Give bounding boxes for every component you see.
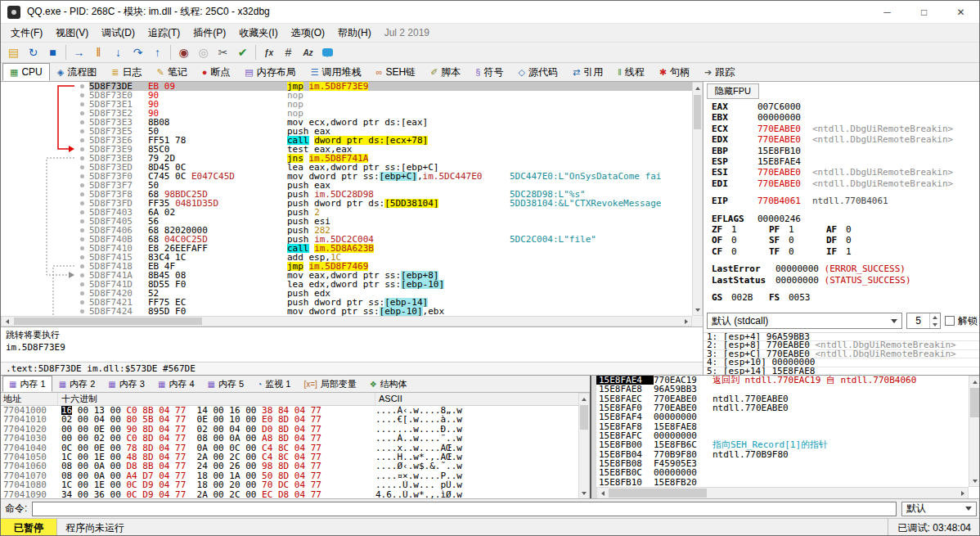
dump-row[interactable]: 770410501C 00 1E 00 48 8D 04 77 2A 00 2C…: [1, 453, 578, 462]
stack-row[interactable]: 15E8FAF0770EABE0ntdll.770EABE0: [596, 403, 969, 412]
scroll-thumb[interactable]: [14, 318, 202, 325]
command-input[interactable]: [32, 502, 897, 516]
tab-trace[interactable]: ➔跟踪: [697, 63, 742, 81]
scroll-up-button[interactable]: [969, 376, 980, 387]
scroll-right-button[interactable]: [681, 317, 691, 326]
register-row[interactable]: EBP15E8FB10: [712, 146, 979, 156]
dump-vertical-scrollbar[interactable]: [578, 393, 590, 499]
stack-row[interactable]: 15E8FB1015E8FB20: [596, 478, 969, 487]
disasm-vertical-scrollbar[interactable]: [692, 82, 703, 316]
register-row[interactable]: EAX007C6000: [712, 101, 979, 112]
tab-breakpoints[interactable]: ●断点: [195, 63, 238, 81]
dump-row[interactable]: 770410801C 00 1E 00 0C D9 04 77 18 00 20…: [1, 480, 578, 489]
close-button[interactable]: ✕: [942, 1, 979, 23]
checkbox-box[interactable]: [945, 316, 955, 326]
tab-handles[interactable]: ✱句柄: [652, 63, 697, 81]
trace-over-icon[interactable]: ◎: [194, 43, 213, 61]
depth-spinner[interactable]: 5: [906, 313, 941, 329]
argument-row[interactable]: 3: [esp+C] 770EABE0 <ntdll.DbgUiRemoteBr…: [704, 350, 979, 358]
stop-icon[interactable]: ■: [43, 43, 62, 61]
step-into-icon[interactable]: ↓: [109, 43, 128, 61]
tab-references[interactable]: ⇄引用: [565, 63, 610, 81]
comment-icon[interactable]: [318, 43, 337, 61]
argument-row[interactable]: 4: [esp+10] 00000000: [704, 358, 979, 367]
disasm-horizontal-scrollbar[interactable]: [1, 316, 692, 327]
hash-icon[interactable]: #: [279, 43, 298, 61]
dump-row[interactable]: 7704100016 00 13 00 C0 8B 04 77 14 00 16…: [1, 406, 578, 415]
tab-dump-5[interactable]: ▦内存 5: [201, 376, 251, 392]
register-row[interactable]: LastError00000000 (ERROR_SUCCESS): [712, 263, 979, 274]
scroll-right-button[interactable]: [957, 488, 968, 498]
register-row[interactable]: ECX770EABE0<ntdll.DbgUiRemoteBreakin>: [712, 124, 979, 134]
tab-dump-2[interactable]: ▦内存 2: [52, 376, 102, 392]
register-row[interactable]: GS002BFS0053: [712, 292, 979, 303]
tab-dump-1[interactable]: ▦内存 1: [2, 376, 52, 392]
check-icon[interactable]: ✔: [233, 43, 252, 61]
tab-watch-1[interactable]: ◔监视 1: [250, 376, 297, 392]
register-row[interactable]: ESI770EABE0<ntdll.DbgUiRemoteBreakin>: [712, 167, 979, 178]
menu-item[interactable]: 帮助(H): [331, 24, 378, 43]
stack-row[interactable]: 15E8FAEC770EABE0ntdll.770EABE0: [596, 394, 969, 403]
tab-threads[interactable]: ‖线程: [610, 63, 652, 81]
register-row[interactable]: EDI770EABE0<ntdll.DbgUiRemoteBreakin>: [712, 178, 979, 189]
tab-symbols[interactable]: §符号: [468, 63, 510, 81]
convention-select[interactable]: 默认 (stdcall): [707, 313, 902, 329]
register-row[interactable]: OF0SF0DF0: [712, 235, 979, 245]
argument-row[interactable]: 2: [esp+8] 770EABE0 <ntdll.DbgUiRemoteBr…: [704, 341, 979, 349]
tab-graph[interactable]: ◈流程图: [50, 63, 104, 81]
pause-icon[interactable]: ‖: [89, 43, 108, 61]
register-row[interactable]: CF0TF0IF1: [712, 246, 979, 257]
fx-icon[interactable]: ƒx: [259, 43, 278, 61]
dump-row[interactable]: 7704101002 00 04 00 80 5B 04 77 0E 00 10…: [1, 415, 578, 424]
dump-row[interactable]: 7704102000 00 0E 00 90 8D 04 77 02 00 04…: [1, 425, 578, 434]
stack-row[interactable]: 15E8FAE4770EAC19返回到 ntdll.770EAC19 自 ntd…: [596, 376, 969, 385]
pane-splitter[interactable]: [590, 376, 596, 499]
hide-fpu-button[interactable]: 隐藏FPU: [707, 83, 759, 99]
stack-row[interactable]: 15E8FB0015E8FB6C指向SEH_Record[1]的指针: [596, 440, 969, 449]
stack-horizontal-scrollbar[interactable]: [596, 487, 969, 499]
scroll-left-button[interactable]: [597, 488, 608, 498]
menu-item[interactable]: 选项(O): [285, 24, 331, 43]
register-row[interactable]: EFLAGS00000246: [712, 214, 979, 224]
step-out-icon[interactable]: ↑: [148, 43, 167, 61]
menu-item[interactable]: 视图(V): [49, 24, 95, 43]
tab-seh[interactable]: ∞SEH链: [369, 63, 424, 81]
stack-vertical-scrollbar[interactable]: [969, 376, 980, 487]
unlock-checkbox[interactable]: 解锁: [945, 314, 978, 328]
stack-row[interactable]: 15E8FB04770B9F80ntdll.770B9F80: [596, 450, 969, 459]
scroll-up-button[interactable]: [579, 394, 589, 404]
run-icon[interactable]: →: [70, 43, 88, 61]
disasm-row[interactable]: 5D8F7424895D F0mov dword ptr ss:[ebp-10]…: [1, 307, 692, 316]
dump-row[interactable]: 7704106008 00 0A 00 D8 8B 04 77 24 00 26…: [1, 462, 578, 471]
scroll-thumb[interactable]: [694, 95, 701, 129]
restart-icon[interactable]: ↻: [24, 43, 43, 61]
register-row[interactable]: EBX00000000: [712, 112, 979, 123]
scroll-thumb[interactable]: [970, 388, 979, 417]
tab-dump-4[interactable]: ▦内存 4: [151, 376, 201, 392]
minimize-button[interactable]: ─: [869, 1, 906, 23]
patch-icon[interactable]: ✂: [214, 43, 232, 61]
trace-into-icon[interactable]: ◉: [174, 43, 193, 61]
register-row[interactable]: ESP15E8FAE4: [712, 156, 979, 167]
menu-item[interactable]: 收藏夹(I): [232, 24, 284, 43]
register-row[interactable]: EIP770B4061ntdll.770B4061: [712, 196, 979, 206]
spinner-buttons[interactable]: [929, 313, 940, 328]
stack-row[interactable]: 15E8FAE896A59BB3: [596, 385, 969, 394]
stack-row[interactable]: 15E8FAFC00000000: [596, 431, 969, 440]
tab-script[interactable]: ✐脚本: [423, 63, 468, 81]
menu-item[interactable]: 插件(P): [187, 24, 232, 43]
stack-row[interactable]: 15E8FB08F45905E3: [596, 459, 969, 468]
register-row[interactable]: LastStatus00000000 (STATUS_SUCCESS): [712, 275, 979, 286]
scroll-down-button[interactable]: [693, 304, 702, 315]
tab-cpu[interactable]: ▦CPU: [2, 63, 50, 81]
tab-dump-3[interactable]: ▦内存 3: [101, 376, 151, 392]
dump-row[interactable]: 7704103000 00 02 00 C0 8D 04 77 08 00 0A…: [1, 434, 578, 443]
tab-struct[interactable]: ❖结构体: [363, 376, 414, 392]
scroll-thumb[interactable]: [580, 405, 588, 430]
menu-item[interactable]: 文件(F): [4, 24, 49, 43]
az-icon[interactable]: Az: [299, 43, 317, 61]
register-row[interactable]: ZF1PF1AF0: [712, 224, 979, 235]
menu-item[interactable]: 调试(D): [95, 24, 142, 43]
tab-notes[interactable]: ✎笔记: [149, 63, 194, 81]
dump-row[interactable]: 770410400C 00 0E 00 78 8D 04 77 0A 00 0C…: [1, 444, 578, 453]
